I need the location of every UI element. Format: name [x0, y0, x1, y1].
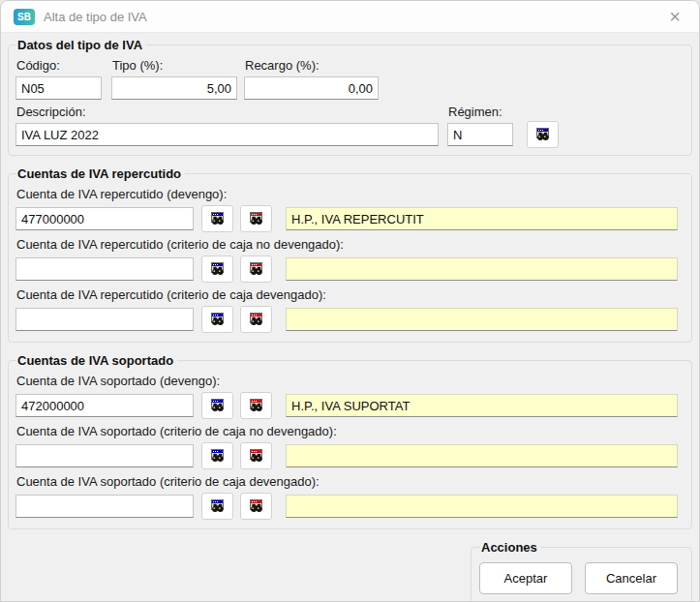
group-cuentas-soportado: Cuentas de IVA soportado Cuenta de IVA s… [8, 353, 692, 529]
account-row [15, 306, 678, 333]
group-acciones: Acciones Aceptar Cancelar [471, 540, 692, 602]
account-description-field [286, 257, 678, 281]
lookup-plan-button[interactable] [201, 256, 233, 283]
dialog-window: SB Alta de tipo de IVA × Datos del tipo … [0, 0, 700, 602]
lookup-extended-button[interactable] [240, 205, 272, 232]
cancelar-button[interactable]: Cancelar [585, 562, 678, 594]
lookup-plan-button[interactable] [201, 306, 233, 333]
repercutido-devengo-label: Cuenta de IVA repercutido (devengo): [16, 187, 678, 201]
binoculars-window-blue-icon [210, 498, 226, 514]
lookup-extended-button[interactable] [240, 442, 272, 469]
account-description-field [286, 308, 678, 331]
group-cuentas-repercutido: Cuentas de IVA repercutido Cuenta de IVA… [8, 166, 692, 343]
binoculars-window-blue-icon [210, 448, 226, 464]
account-description-field [286, 394, 678, 417]
lookup-extended-button[interactable] [240, 306, 272, 333]
tipo-input[interactable] [111, 76, 237, 100]
binoculars-window-blue-icon [210, 312, 226, 327]
binoculars-window-red-icon [249, 398, 264, 413]
binoculars-window-blue-icon [535, 127, 551, 142]
binoculars-window-red-icon [249, 211, 264, 226]
account-description-field [286, 444, 678, 467]
lookup-extended-button[interactable] [240, 256, 272, 283]
group-repercutido-legend: Cuentas de IVA repercutido [16, 166, 185, 181]
recargo-label: Recargo (%): [245, 58, 379, 73]
soportado-caja-no-devengado-account-input[interactable] [15, 444, 194, 467]
close-button[interactable]: × [660, 3, 689, 30]
soportado-caja-devengado-label: Cuenta de IVA soportado (criterio de caj… [16, 474, 678, 489]
regimen-lookup-button[interactable] [527, 121, 559, 148]
repercutido-caja-devengado-label: Cuenta de IVA repercutido (criterio de c… [16, 287, 678, 302]
group-soportado-legend: Cuentas de IVA soportado [16, 353, 177, 368]
aceptar-button[interactable]: Aceptar [479, 562, 572, 594]
lookup-extended-button[interactable] [240, 493, 272, 520]
titlebar: SB Alta de tipo de IVA × [1, 1, 699, 33]
lookup-plan-button[interactable] [201, 493, 233, 520]
lookup-plan-button[interactable] [201, 205, 233, 232]
codigo-label: Código: [16, 58, 102, 73]
binoculars-window-blue-icon [210, 211, 226, 226]
soportado-caja-no-devengado-label: Cuenta de IVA soportado (criterio de caj… [16, 424, 678, 438]
recargo-input[interactable] [244, 76, 379, 100]
soportado-devengo-label: Cuenta de IVA soportado (devengo): [16, 374, 678, 388]
lookup-extended-button[interactable] [240, 392, 272, 419]
regimen-input[interactable] [447, 123, 513, 146]
close-icon: × [669, 6, 681, 27]
binoculars-window-red-icon [249, 448, 264, 464]
repercutido-caja-no-devengado-label: Cuenta de IVA repercutido (criterio de c… [16, 237, 678, 252]
codigo-input[interactable] [15, 76, 102, 100]
account-row [15, 442, 678, 469]
binoculars-window-red-icon [249, 261, 264, 277]
binoculars-window-blue-icon [210, 398, 226, 413]
account-row [15, 392, 678, 419]
group-datos-legend: Datos del tipo de IVA [16, 38, 146, 52]
lookup-plan-button[interactable] [201, 392, 233, 419]
regimen-label: Régimen: [448, 105, 513, 119]
window-title: Alta de tipo de IVA [44, 10, 660, 24]
account-description-field [286, 207, 678, 230]
repercutido-caja-devengado-account-input[interactable] [15, 308, 194, 331]
repercutido-devengo-account-input[interactable] [15, 207, 194, 230]
group-datos-tipo-iva: Datos del tipo de IVA Código: Tipo (%): … [8, 38, 692, 156]
account-row [15, 256, 678, 283]
binoculars-window-red-icon [249, 498, 264, 514]
descripcion-input[interactable] [15, 123, 439, 146]
account-row [15, 205, 678, 232]
soportado-caja-devengado-account-input[interactable] [15, 495, 194, 518]
account-description-field [286, 495, 678, 518]
descripcion-label: Descripción: [16, 105, 439, 119]
dialog-content: Datos del tipo de IVA Código: Tipo (%): … [1, 33, 699, 602]
account-row [15, 493, 678, 520]
group-acciones-legend: Acciones [480, 540, 541, 555]
soportado-devengo-account-input[interactable] [15, 394, 194, 417]
tipo-label: Tipo (%): [112, 58, 237, 73]
repercutido-caja-no-devengado-account-input[interactable] [15, 257, 194, 281]
lookup-plan-button[interactable] [201, 442, 233, 469]
app-logo: SB [14, 9, 35, 25]
binoculars-window-blue-icon [210, 261, 226, 277]
binoculars-window-red-icon [249, 312, 264, 327]
